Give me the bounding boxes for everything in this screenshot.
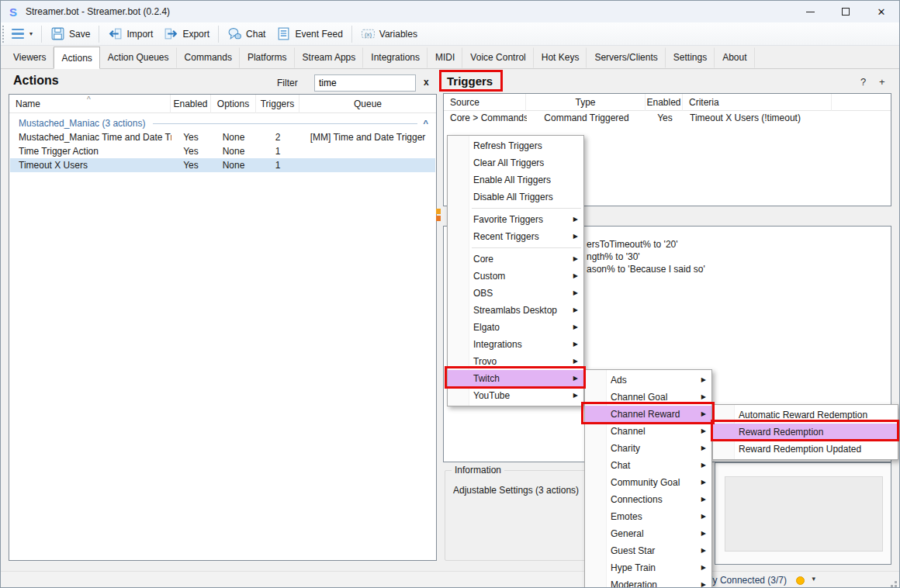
variables-icon: (x) <box>361 26 376 41</box>
save-button[interactable]: Save <box>45 24 95 43</box>
actions-list: ^ Name Enabled Options Triggers Queue Mu… <box>9 94 437 561</box>
tab-action-queues[interactable]: Action Queues <box>100 47 177 68</box>
variables-button[interactable]: (x) Variables <box>355 24 423 43</box>
tab-hot-keys[interactable]: Hot Keys <box>534 47 587 68</box>
minimize-button[interactable] <box>792 1 828 22</box>
actions-panel-title: Actions <box>13 74 59 88</box>
menu-item-disable-all-triggers[interactable]: Disable All Triggers <box>448 189 583 206</box>
main-menu-button[interactable]: ▾ <box>6 26 38 42</box>
submenu-arrow-icon: ▶ <box>701 372 706 389</box>
close-icon: ✕ <box>878 7 886 17</box>
menu-item-chat[interactable]: Chat▶ <box>585 457 711 474</box>
menu-item-reward-redemption[interactable]: Reward Redemption <box>713 424 898 441</box>
menu-item-core[interactable]: Core▶ <box>448 251 583 268</box>
toolbar: ▾ Save Import Export Chat Event Feed (x)… <box>1 22 899 46</box>
submenu-arrow-icon: ▶ <box>573 285 578 302</box>
tab-platforms[interactable]: Platforms <box>240 47 295 68</box>
export-label: Export <box>182 29 209 40</box>
column-header-type[interactable]: Type <box>526 94 646 111</box>
tab-servers-clients[interactable]: Servers/Clients <box>587 47 665 68</box>
menu-item-moderation[interactable]: Moderation▶ <box>585 576 711 588</box>
menu-item-obs[interactable]: OBS▶ <box>448 285 583 302</box>
menu-item-emotes[interactable]: Emotes▶ <box>585 508 711 525</box>
menu-item-general[interactable]: General▶ <box>585 525 711 542</box>
chat-icon <box>227 26 242 41</box>
minimize-icon <box>806 12 815 12</box>
menu-item-integrations[interactable]: Integrations▶ <box>448 336 583 353</box>
tab-viewers[interactable]: Viewers <box>5 47 54 68</box>
connection-status-dot[interactable] <box>796 576 805 585</box>
information-text: Adjustable Settings (3 actions) <box>453 485 579 496</box>
svg-text:S: S <box>9 5 17 18</box>
chat-label: Chat <box>246 29 265 40</box>
submenu-arrow-icon: ▶ <box>701 491 706 508</box>
export-button[interactable]: Export <box>158 24 215 43</box>
column-header-criteria[interactable]: Criteria <box>683 94 832 111</box>
submenu-arrow-icon: ▶ <box>573 387 578 404</box>
menu-item-favorite-triggers[interactable]: Favorite Triggers▶ <box>448 211 583 228</box>
menu-item-charity[interactable]: Charity▶ <box>585 440 711 457</box>
triggers-add-button[interactable]: + <box>879 76 885 88</box>
menu-item-clear-all-triggers[interactable]: Clear All Triggers <box>448 154 583 171</box>
tab-stream-apps[interactable]: Stream Apps <box>295 47 364 68</box>
menu-item-connections[interactable]: Connections▶ <box>585 491 711 508</box>
menu-item-channel-reward[interactable]: Channel Reward▶ <box>585 406 711 423</box>
group-collapse-icon[interactable]: ^ <box>424 119 428 128</box>
twitch-submenu: Ads▶ Channel Goal▶ Channel Reward▶ Chann… <box>584 369 712 588</box>
menu-item-streamlabs-desktop[interactable]: Streamlabs Desktop▶ <box>448 302 583 319</box>
tab-voice-control[interactable]: Voice Control <box>462 47 533 68</box>
menu-item-channel-goal[interactable]: Channel Goal▶ <box>585 389 711 406</box>
menu-item-twitch[interactable]: Twitch▶ <box>448 370 583 387</box>
menu-item-custom[interactable]: Custom▶ <box>448 268 583 285</box>
menu-item-ads[interactable]: Ads▶ <box>585 372 711 389</box>
chat-button[interactable]: Chat <box>222 24 271 43</box>
column-header-name[interactable]: Name <box>9 95 171 113</box>
column-header-queue[interactable]: Queue <box>299 95 436 113</box>
column-header-source[interactable]: Source <box>444 94 526 111</box>
column-header-enabled[interactable]: Enabled <box>171 95 211 113</box>
filter-input[interactable] <box>314 74 416 92</box>
menu-separator <box>472 247 581 248</box>
close-button[interactable]: ✕ <box>864 1 899 22</box>
action-row[interactable]: Mustached_Maniac Time and Date Triggers … <box>10 130 435 144</box>
action-row[interactable]: Time Trigger Action Yes None 1 <box>10 144 435 158</box>
menu-item-hype-train[interactable]: Hype Train▶ <box>585 559 711 576</box>
import-button[interactable]: Import <box>102 24 158 43</box>
filter-clear-button[interactable]: x <box>424 77 429 88</box>
tab-about[interactable]: About <box>715 47 754 68</box>
submenu-arrow-icon: ▶ <box>701 542 706 559</box>
subaction-text-fragment[interactable]: ngth% to '30' <box>587 251 640 262</box>
menu-item-refresh-triggers[interactable]: Refresh Triggers <box>448 137 583 154</box>
menu-item-reward-redemption-updated[interactable]: Reward Redemption Updated <box>713 441 898 458</box>
menu-item-elgato[interactable]: Elgato▶ <box>448 319 583 336</box>
column-header-enabled[interactable]: Enabled <box>646 94 683 111</box>
menu-item-automatic-reward-redemption[interactable]: Automatic Reward Redemption <box>713 406 898 424</box>
menu-item-guest-star[interactable]: Guest Star▶ <box>585 542 711 559</box>
menu-item-channel[interactable]: Channel▶ <box>585 423 711 440</box>
status-bar: Partially Connected (3/7) ▾ <box>1 571 899 588</box>
column-header-triggers[interactable]: Triggers <box>256 95 299 113</box>
column-header-options[interactable]: Options <box>211 95 256 113</box>
subaction-text-fragment[interactable]: ason% to 'Because I said so' <box>587 264 705 275</box>
menu-item-recent-triggers[interactable]: Recent Triggers▶ <box>448 228 583 245</box>
resize-grip[interactable] <box>895 581 897 583</box>
tab-midi[interactable]: MIDI <box>428 47 462 68</box>
tab-integrations[interactable]: Integrations <box>363 47 428 68</box>
maximize-button[interactable] <box>828 1 864 22</box>
subaction-text-fragment[interactable]: ersToTimeout% to '20' <box>587 239 678 250</box>
tab-commands[interactable]: Commands <box>177 47 240 68</box>
menu-item-enable-all-triggers[interactable]: Enable All Triggers <box>448 171 583 189</box>
event-feed-button[interactable]: Event Feed <box>271 24 348 43</box>
tab-settings[interactable]: Settings <box>666 47 715 68</box>
menu-item-trovo[interactable]: Trovo▶ <box>448 353 583 370</box>
menu-item-community-goal[interactable]: Community Goal▶ <box>585 474 711 491</box>
tab-actions[interactable]: Actions <box>54 47 99 69</box>
filter-label: Filter <box>277 78 298 88</box>
triggers-help-button[interactable]: ? <box>860 76 866 88</box>
chevron-down-icon[interactable]: ▾ <box>812 575 815 583</box>
queue-info-inset <box>725 476 883 552</box>
action-row-selected[interactable]: Timeout X Users Yes None 1 <box>10 158 435 172</box>
menu-item-youtube[interactable]: YouTube▶ <box>448 387 583 404</box>
action-group-header[interactable]: Mustached_Maniac (3 actions) ^ <box>9 116 433 130</box>
trigger-row[interactable]: Core > Commands Command Triggered Yes Ti… <box>445 111 890 125</box>
